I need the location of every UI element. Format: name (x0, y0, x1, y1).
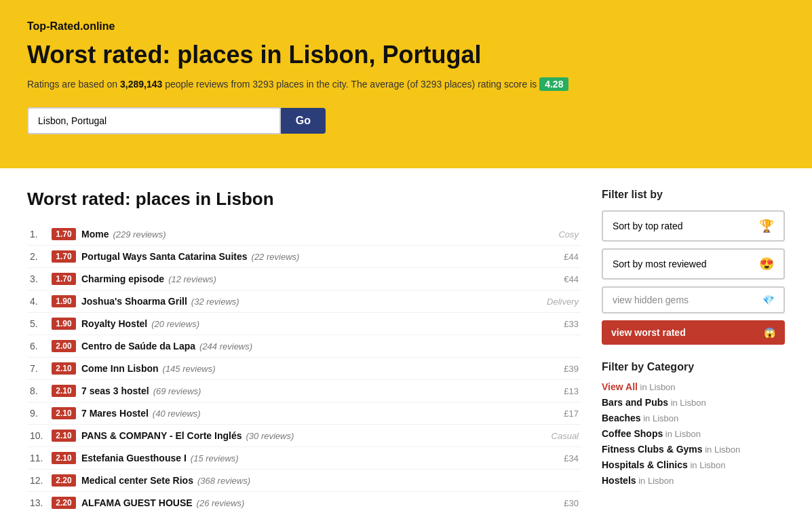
place-price: £33 (564, 319, 579, 329)
place-price: £39 (564, 364, 579, 374)
place-price: £44 (564, 252, 579, 262)
place-score: 2.10 (52, 407, 76, 419)
place-name: 7 Mares Hostel (81, 408, 149, 419)
category-name: Bars and Pubs (602, 397, 668, 408)
sort-top-rated-label: Sort by top rated (613, 221, 683, 231)
place-reviews: (26 reviews) (197, 498, 245, 508)
place-num: 9. (30, 408, 52, 419)
place-num: 8. (30, 385, 52, 396)
place-num: 13. (30, 497, 52, 508)
category-link[interactable]: Coffee Shops in Lisbon (602, 428, 785, 439)
place-tag: Delivery (547, 297, 579, 307)
category-name: Hospitals & Clinics (602, 459, 688, 470)
list-item[interactable]: 10. 2.10 PANS & COMPANY - El Corte Inglé… (27, 425, 581, 447)
place-name: Mome (81, 229, 109, 240)
place-num: 10. (30, 430, 52, 441)
category-suffix: in Lisbon (688, 460, 726, 470)
review-count: 3,289,143 (120, 79, 162, 90)
category-suffix: in Lisbon (636, 476, 674, 486)
scream-icon: 😱 (764, 327, 775, 338)
place-score: 2.10 (52, 452, 76, 464)
list-item[interactable]: 7. 2.10 Come Inn Lisbon (145 reviews) £3… (27, 358, 581, 380)
list-item[interactable]: 4. 1.90 Joshua's Shoarma Grill (32 revie… (27, 290, 581, 313)
category-link[interactable]: Fitness Clubs & Gyms in Lisbon (602, 444, 785, 455)
category-link[interactable]: Beaches in Lisbon (602, 413, 785, 423)
place-score: 2.20 (52, 474, 76, 487)
place-name: Medical center Sete Rios (81, 475, 193, 486)
category-link[interactable]: Bars and Pubs in Lisbon (602, 397, 785, 408)
place-name: Charming episode (81, 273, 164, 284)
place-score: 1.70 (52, 250, 76, 263)
list-item[interactable]: 8. 2.10 7 seas 3 hostel (69 reviews) £13 (27, 380, 581, 402)
place-reviews: (368 reviews) (197, 476, 250, 486)
list-item[interactable]: 1. 1.70 Mome (229 reviews) Cosy (27, 223, 581, 246)
category-suffix: in Lisbon (663, 429, 701, 439)
category-link[interactable]: Hostels in Lisbon (602, 475, 785, 486)
main-content: Worst rated: places in Lisbon 1. 1.70 Mo… (0, 168, 812, 513)
category-name: View All (602, 381, 638, 392)
place-tag: Casual (552, 431, 579, 441)
place-reviews: (145 reviews) (163, 364, 216, 374)
place-name: ALFAMA GUEST HOUSE (81, 497, 193, 508)
place-reviews: (30 reviews) (246, 431, 294, 441)
list-item[interactable]: 9. 2.10 7 Mares Hostel (40 reviews) £17 (27, 402, 581, 425)
subtitle-middle: people reviews from 3293 places in the c… (162, 79, 539, 90)
hidden-gems-label: view hidden gems (613, 294, 689, 305)
filter-heading: Filter list by (602, 189, 785, 201)
location-select[interactable]: Lisbon, Portugal (27, 107, 281, 134)
list-title: Worst rated: places in Lisbon (27, 189, 581, 210)
category-link[interactable]: View All in Lisbon (602, 381, 785, 392)
list-item[interactable]: 2. 1.70 Portugal Ways Santa Catarina Sui… (27, 246, 581, 268)
subtitle: Ratings are based on 3,289,143 people re… (27, 77, 785, 91)
header-section: Top-Rated.online Worst rated: places in … (0, 0, 812, 168)
category-name: Hostels (602, 475, 636, 486)
place-score: 1.90 (52, 318, 76, 330)
place-reviews: (69 reviews) (153, 386, 201, 396)
place-name: Royalty Hostel (81, 318, 147, 329)
place-score: 2.10 (52, 430, 76, 442)
category-suffix: in Lisbon (638, 382, 676, 392)
category-suffix: in Lisbon (668, 398, 706, 408)
place-tag: Cosy (558, 229, 579, 240)
avg-score-badge: 4.28 (539, 77, 568, 91)
list-item[interactable]: 13. 2.20 ALFAMA GUEST HOUSE (26 reviews)… (27, 492, 581, 513)
place-score: 1.70 (52, 228, 76, 240)
list-item[interactable]: 11. 2.10 Estefania Guesthouse I (15 revi… (27, 447, 581, 470)
place-reviews: (244 reviews) (199, 341, 252, 352)
place-num: 6. (30, 341, 52, 352)
place-num: 7. (30, 363, 52, 374)
subtitle-before: Ratings are based on (27, 79, 120, 90)
list-item[interactable]: 5. 1.90 Royalty Hostel (20 reviews) £33 (27, 313, 581, 335)
place-name: Estefania Guesthouse I (81, 453, 187, 463)
hidden-gems-button[interactable]: view hidden gems 💎 (602, 286, 785, 314)
place-num: 2. (30, 251, 52, 262)
list-item[interactable]: 3. 1.70 Charming episode (12 reviews) €4… (27, 268, 581, 290)
place-num: 5. (30, 318, 52, 329)
place-name: Centro de Saúde da Lapa (81, 341, 195, 352)
place-price: £30 (564, 498, 579, 508)
list-section: Worst rated: places in Lisbon 1. 1.70 Mo… (27, 189, 581, 513)
place-score: 1.90 (52, 295, 76, 307)
place-score: 2.10 (52, 385, 76, 397)
site-name-bold: online (83, 20, 115, 32)
list-item[interactable]: 6. 2.00 Centro de Saúde da Lapa (244 rev… (27, 335, 581, 358)
go-button[interactable]: Go (281, 108, 326, 134)
heart-eyes-icon: 😍 (759, 256, 774, 271)
category-name: Fitness Clubs & Gyms (602, 444, 703, 455)
place-reviews: (15 reviews) (191, 453, 239, 463)
place-num: 3. (30, 273, 52, 284)
sort-most-reviewed-button[interactable]: Sort by most reviewed 😍 (602, 248, 785, 280)
list-item[interactable]: 12. 2.20 Medical center Sete Rios (368 r… (27, 470, 581, 492)
place-price: €44 (564, 274, 579, 284)
sort-most-reviewed-label: Sort by most reviewed (613, 259, 707, 269)
place-score: 1.70 (52, 273, 76, 285)
place-reviews: (20 reviews) (151, 319, 199, 329)
category-link[interactable]: Hospitals & Clinics in Lisbon (602, 459, 785, 470)
places-list: 1. 1.70 Mome (229 reviews) Cosy 2. 1.70 … (27, 223, 581, 513)
gem-icon: 💎 (762, 294, 774, 305)
sidebar: Filter list by Sort by top rated 🏆 Sort … (602, 189, 785, 513)
place-score: 2.10 (52, 362, 76, 375)
worst-rated-button[interactable]: view worst rated 😱 (602, 320, 785, 345)
category-suffix: in Lisbon (703, 444, 741, 455)
sort-top-rated-button[interactable]: Sort by top rated 🏆 (602, 210, 785, 242)
